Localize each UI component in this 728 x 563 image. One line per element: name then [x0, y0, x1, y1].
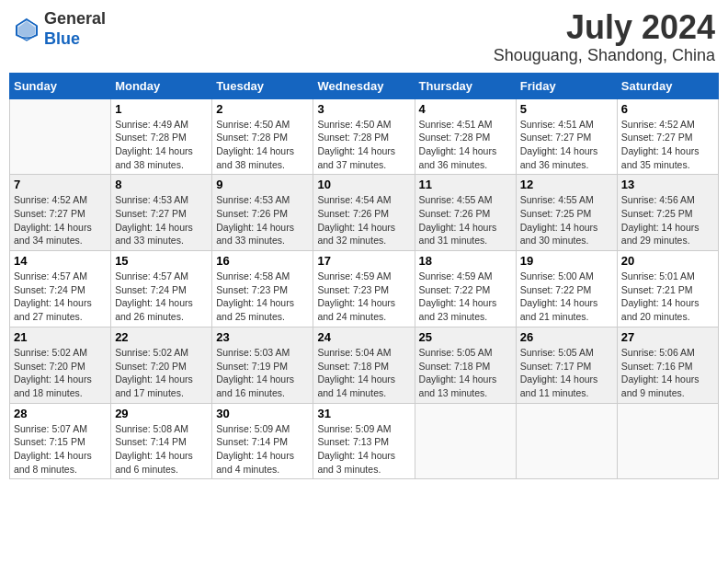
calendar-cell: 22Sunrise: 5:02 AM Sunset: 7:20 PM Dayli…: [111, 327, 212, 403]
title-section: July 2024 Shouguang, Shandong, China: [494, 9, 715, 65]
day-info: Sunrise: 5:00 AM Sunset: 7:22 PM Dayligh…: [520, 270, 613, 324]
calendar-cell: 2Sunrise: 4:50 AM Sunset: 7:28 PM Daylig…: [212, 98, 313, 175]
logo: General Blue: [13, 9, 106, 49]
day-info: Sunrise: 4:53 AM Sunset: 7:27 PM Dayligh…: [115, 193, 208, 247]
calendar-cell: 11Sunrise: 4:55 AM Sunset: 7:26 PM Dayli…: [415, 175, 516, 251]
day-info: Sunrise: 4:55 AM Sunset: 7:26 PM Dayligh…: [419, 193, 512, 247]
calendar-cell: 19Sunrise: 5:00 AM Sunset: 7:22 PM Dayli…: [516, 251, 617, 327]
day-number: 12: [520, 178, 613, 191]
calendar-cell: 10Sunrise: 4:54 AM Sunset: 7:26 PM Dayli…: [313, 175, 415, 251]
calendar-cell: 20Sunrise: 5:01 AM Sunset: 7:21 PM Dayli…: [617, 251, 718, 327]
calendar-table: SundayMondayTuesdayWednesdayThursdayFrid…: [9, 73, 719, 480]
calendar-cell: 29Sunrise: 5:08 AM Sunset: 7:14 PM Dayli…: [111, 403, 212, 479]
day-info: Sunrise: 4:52 AM Sunset: 7:27 PM Dayligh…: [14, 193, 107, 247]
calendar-week-row: 28Sunrise: 5:07 AM Sunset: 7:15 PM Dayli…: [10, 403, 719, 479]
calendar-week-row: 1Sunrise: 4:49 AM Sunset: 7:28 PM Daylig…: [10, 98, 719, 175]
day-number: 11: [419, 178, 512, 191]
calendar-header-monday: Monday: [111, 73, 212, 98]
day-info: Sunrise: 4:59 AM Sunset: 7:23 PM Dayligh…: [317, 270, 410, 324]
calendar-cell: 27Sunrise: 5:06 AM Sunset: 7:16 PM Dayli…: [617, 327, 718, 403]
day-number: 9: [216, 178, 309, 191]
day-number: 17: [317, 254, 410, 268]
day-number: 14: [14, 254, 107, 268]
day-number: 18: [419, 254, 512, 268]
day-info: Sunrise: 4:57 AM Sunset: 7:24 PM Dayligh…: [115, 270, 208, 324]
calendar-header-sunday: Sunday: [10, 73, 111, 98]
calendar-cell: 15Sunrise: 4:57 AM Sunset: 7:24 PM Dayli…: [111, 251, 212, 327]
day-info: Sunrise: 4:55 AM Sunset: 7:25 PM Dayligh…: [520, 193, 613, 247]
day-number: 1: [115, 102, 208, 116]
calendar-cell: 8Sunrise: 4:53 AM Sunset: 7:27 PM Daylig…: [111, 175, 212, 251]
calendar-week-row: 14Sunrise: 4:57 AM Sunset: 7:24 PM Dayli…: [10, 251, 719, 327]
day-number: 25: [419, 330, 512, 344]
day-info: Sunrise: 4:53 AM Sunset: 7:26 PM Dayligh…: [216, 193, 309, 247]
day-info: Sunrise: 5:02 AM Sunset: 7:20 PM Dayligh…: [115, 346, 208, 400]
calendar-cell: 9Sunrise: 4:53 AM Sunset: 7:26 PM Daylig…: [212, 175, 313, 251]
calendar-cell: 25Sunrise: 5:05 AM Sunset: 7:18 PM Dayli…: [415, 327, 516, 403]
day-number: 15: [115, 254, 208, 268]
day-number: 7: [14, 178, 107, 191]
day-number: 10: [317, 178, 410, 191]
day-info: Sunrise: 5:01 AM Sunset: 7:21 PM Dayligh…: [621, 270, 714, 324]
day-number: 20: [621, 254, 714, 268]
calendar-cell: 23Sunrise: 5:03 AM Sunset: 7:19 PM Dayli…: [212, 327, 313, 403]
day-number: 29: [115, 407, 208, 420]
calendar-cell: 3Sunrise: 4:50 AM Sunset: 7:28 PM Daylig…: [313, 98, 415, 175]
calendar-cell: 7Sunrise: 4:52 AM Sunset: 7:27 PM Daylig…: [10, 175, 111, 251]
month-title: July 2024: [494, 9, 715, 46]
day-number: 5: [520, 102, 613, 116]
day-info: Sunrise: 4:54 AM Sunset: 7:26 PM Dayligh…: [317, 193, 410, 247]
day-number: 22: [115, 330, 208, 344]
day-info: Sunrise: 4:51 AM Sunset: 7:28 PM Dayligh…: [419, 118, 512, 172]
day-info: Sunrise: 5:08 AM Sunset: 7:14 PM Dayligh…: [115, 422, 208, 477]
day-number: 2: [216, 102, 309, 116]
day-number: 13: [621, 178, 714, 191]
day-number: 31: [317, 407, 410, 420]
calendar-cell: [516, 403, 617, 479]
day-info: Sunrise: 5:02 AM Sunset: 7:20 PM Dayligh…: [14, 346, 107, 400]
calendar-cell: 30Sunrise: 5:09 AM Sunset: 7:14 PM Dayli…: [212, 403, 313, 479]
logo-text: General Blue: [44, 9, 106, 49]
day-info: Sunrise: 5:04 AM Sunset: 7:18 PM Dayligh…: [317, 346, 410, 400]
day-info: Sunrise: 5:05 AM Sunset: 7:18 PM Dayligh…: [419, 346, 512, 400]
day-number: 4: [419, 102, 512, 116]
calendar-week-row: 21Sunrise: 5:02 AM Sunset: 7:20 PM Dayli…: [10, 327, 719, 403]
calendar-cell: 16Sunrise: 4:58 AM Sunset: 7:23 PM Dayli…: [212, 251, 313, 327]
logo-icon: [13, 16, 40, 43]
calendar-week-row: 7Sunrise: 4:52 AM Sunset: 7:27 PM Daylig…: [10, 175, 719, 251]
day-info: Sunrise: 4:50 AM Sunset: 7:28 PM Dayligh…: [216, 118, 309, 172]
calendar-cell: 4Sunrise: 4:51 AM Sunset: 7:28 PM Daylig…: [415, 98, 516, 175]
day-number: 3: [317, 102, 410, 116]
page-header: General Blue July 2024 Shouguang, Shando…: [9, 9, 719, 65]
day-info: Sunrise: 5:05 AM Sunset: 7:17 PM Dayligh…: [520, 346, 613, 400]
day-number: 16: [216, 254, 309, 268]
calendar-cell: 6Sunrise: 4:52 AM Sunset: 7:27 PM Daylig…: [617, 98, 718, 175]
calendar-cell: 12Sunrise: 4:55 AM Sunset: 7:25 PM Dayli…: [516, 175, 617, 251]
calendar-header-saturday: Saturday: [617, 73, 718, 98]
day-info: Sunrise: 4:51 AM Sunset: 7:27 PM Dayligh…: [520, 118, 613, 172]
calendar-cell: 1Sunrise: 4:49 AM Sunset: 7:28 PM Daylig…: [111, 98, 212, 175]
day-number: 24: [317, 330, 410, 344]
calendar-cell: 18Sunrise: 4:59 AM Sunset: 7:22 PM Dayli…: [415, 251, 516, 327]
day-info: Sunrise: 4:57 AM Sunset: 7:24 PM Dayligh…: [14, 270, 107, 324]
calendar-cell: [415, 403, 516, 479]
calendar-header-tuesday: Tuesday: [212, 73, 313, 98]
calendar-cell: 21Sunrise: 5:02 AM Sunset: 7:20 PM Dayli…: [10, 327, 111, 403]
calendar-cell: 13Sunrise: 4:56 AM Sunset: 7:25 PM Dayli…: [617, 175, 718, 251]
calendar-header-friday: Friday: [516, 73, 617, 98]
day-number: 27: [621, 330, 714, 344]
day-number: 28: [14, 407, 107, 420]
day-number: 8: [115, 178, 208, 191]
day-number: 19: [520, 254, 613, 268]
calendar-cell: 24Sunrise: 5:04 AM Sunset: 7:18 PM Dayli…: [313, 327, 415, 403]
day-info: Sunrise: 5:03 AM Sunset: 7:19 PM Dayligh…: [216, 346, 309, 400]
day-number: 23: [216, 330, 309, 344]
calendar-cell: 31Sunrise: 5:09 AM Sunset: 7:13 PM Dayli…: [313, 403, 415, 479]
calendar-cell: 28Sunrise: 5:07 AM Sunset: 7:15 PM Dayli…: [10, 403, 111, 479]
calendar-header-thursday: Thursday: [415, 73, 516, 98]
day-info: Sunrise: 4:50 AM Sunset: 7:28 PM Dayligh…: [317, 118, 410, 172]
calendar-cell: 26Sunrise: 5:05 AM Sunset: 7:17 PM Dayli…: [516, 327, 617, 403]
day-info: Sunrise: 4:59 AM Sunset: 7:22 PM Dayligh…: [419, 270, 512, 324]
day-number: 6: [621, 102, 714, 116]
day-number: 26: [520, 330, 613, 344]
